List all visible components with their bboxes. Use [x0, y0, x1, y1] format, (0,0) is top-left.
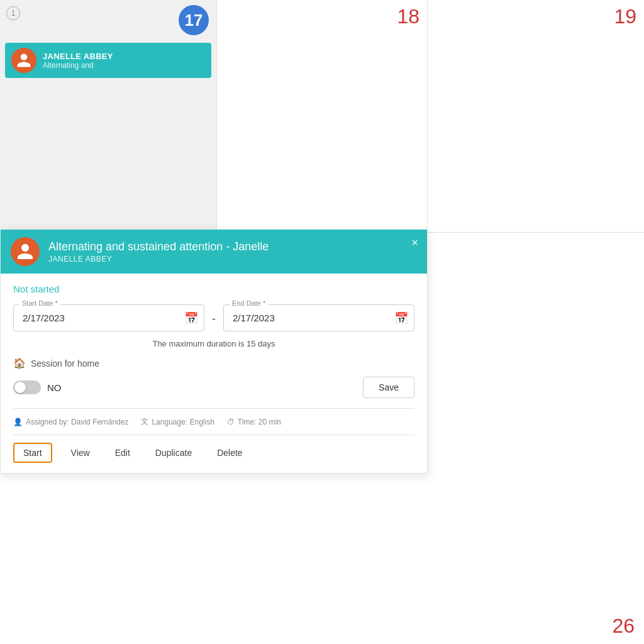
status-label: Not started — [13, 284, 414, 294]
start-date-value: 2/17/2023 — [23, 313, 65, 323]
popup-body: Not started Start Date * 2/17/2023 📅 - E… — [1, 274, 427, 473]
date-separator: - — [212, 313, 216, 326]
calendar-grid: 1 17 JANELLE ABBEY Alternating and 18 19 — [0, 0, 644, 233]
assigned-by-item: 👤 Assigned by: David Fernández — [13, 418, 128, 426]
duplicate-button[interactable]: Duplicate — [149, 444, 198, 462]
popup-header: Alternating and sustained attention - Ja… — [1, 230, 427, 274]
language-icon: 文 — [141, 416, 148, 427]
popup-avatar — [11, 237, 40, 266]
popup-title-group: Alternating and sustained attention - Ja… — [48, 240, 269, 264]
save-button[interactable]: Save — [363, 377, 414, 398]
popup-patient: JANELLE ABBEY — [48, 255, 269, 264]
action-row: Start View Edit Duplicate Delete — [13, 435, 414, 463]
edit-button[interactable]: Edit — [109, 444, 136, 462]
start-button[interactable]: Start — [13, 443, 52, 463]
calendar-cell-19: 19 — [428, 0, 644, 232]
session-home-toggle[interactable] — [13, 380, 41, 394]
event-avatar — [11, 48, 36, 73]
small-day-indicator: 1 — [6, 6, 20, 20]
start-date-wrapper: Start Date * 2/17/2023 📅 — [13, 304, 204, 331]
time-item: ⏱ Time: 20 min — [227, 418, 281, 426]
event-subtitle: Alternating and — [43, 61, 113, 70]
end-date-value: 2/17/2023 — [233, 313, 275, 323]
day-number-circle-17: 17 — [179, 5, 209, 35]
start-date-label: Start Date * — [19, 299, 60, 307]
start-date-field[interactable]: 2/17/2023 📅 — [13, 304, 204, 331]
date-fields-row: Start Date * 2/17/2023 📅 - End Date * 2/… — [13, 304, 414, 331]
toggle-save-row: NO Save — [13, 377, 414, 398]
session-home-label: Session for home — [31, 358, 99, 369]
delete-button[interactable]: Delete — [211, 444, 248, 462]
end-date-label: End Date * — [230, 299, 268, 307]
day-number-26: 26 — [612, 614, 635, 638]
language-text: Language: English — [152, 418, 214, 426]
language-item: 文 Language: English — [141, 416, 214, 427]
calendar-cell-18: 18 — [217, 0, 428, 232]
event-name: JANELLE ABBEY — [43, 52, 113, 61]
calendar-cell-26: 26 — [428, 569, 644, 644]
toggle-no-label: NO — [47, 382, 62, 393]
day-number-18: 18 — [397, 5, 419, 28]
calendar-icon-end: 📅 — [394, 311, 408, 325]
time-icon: ⏱ — [227, 418, 235, 426]
popup-title: Alternating and sustained attention - Ja… — [48, 240, 269, 253]
time-text: Time: 20 min — [238, 418, 281, 426]
toggle-left: NO — [13, 380, 62, 394]
metadata-row: 👤 Assigned by: David Fernández 文 Languag… — [13, 408, 414, 427]
event-card[interactable]: JANELLE ABBEY Alternating and — [5, 43, 211, 78]
end-date-wrapper: End Date * 2/17/2023 📅 — [223, 304, 414, 331]
popup-card: Alternating and sustained attention - Ja… — [0, 230, 428, 474]
end-date-field[interactable]: 2/17/2023 📅 — [223, 304, 414, 331]
assigned-by-icon: 👤 — [13, 418, 23, 426]
day-number-19: 19 — [614, 5, 636, 28]
popup-close-button[interactable]: × — [411, 237, 418, 248]
assigned-by-text: Assigned by: David Fernández — [26, 418, 128, 426]
max-duration-text: The maximum duration is 15 days — [13, 339, 414, 348]
home-icon: 🏠 — [13, 357, 26, 369]
calendar-icon-start: 📅 — [184, 311, 198, 325]
event-info: JANELLE ABBEY Alternating and — [43, 52, 113, 70]
calendar-cell-17: 1 17 JANELLE ABBEY Alternating and — [0, 0, 217, 232]
view-button[interactable]: View — [65, 444, 96, 462]
session-home-row: 🏠 Session for home — [13, 357, 414, 369]
